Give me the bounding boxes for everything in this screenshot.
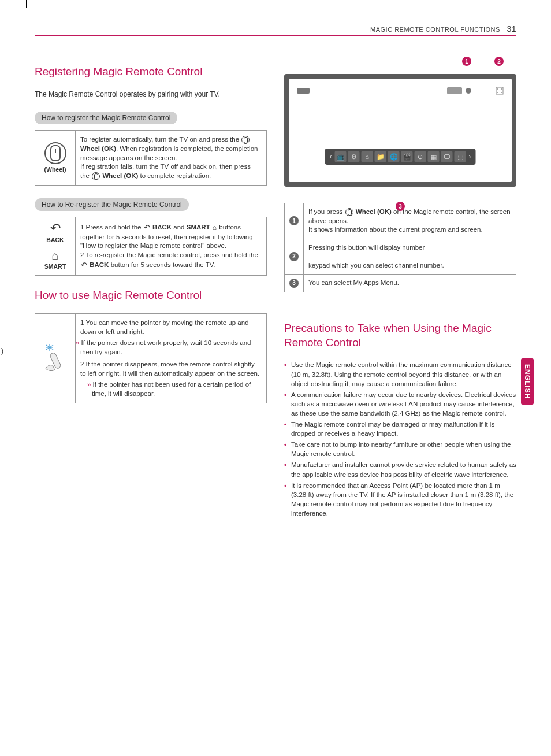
- svg-point-8: [497, 92, 498, 93]
- precautions-list: Use the Magic remote control within the …: [284, 360, 516, 518]
- precaution-item: Manufacturer and installer cannot provid…: [284, 460, 516, 479]
- wheel-inline-icon: [345, 208, 353, 216]
- right-column: 1 2 ‹ 📺: [284, 65, 516, 520]
- wheel-label: (Wheel): [40, 165, 70, 173]
- legend-num: 1: [285, 203, 304, 239]
- text: Pressing this button will display number: [308, 244, 425, 251]
- tv-screen: ‹ 📺 ⚙ ⌂ 📁 🌐 🎬 ⊕ ▦ 🖵 ⬚ ›: [289, 79, 512, 182]
- home-inline-icon: ⌂: [213, 223, 217, 232]
- tv-dock: ‹ 📺 ⚙ ⌂ 📁 🌐 🎬 ⊕ ▦ 🖵 ⬚ ›: [325, 149, 476, 165]
- smart-icon: ⌂: [40, 250, 70, 261]
- text: To register automatically, turn the TV o…: [80, 136, 241, 143]
- dock-app-icon: ⌂: [362, 151, 373, 162]
- back-label: BACK: [40, 236, 70, 244]
- precaution-item: Use the Magic remote control within the …: [284, 360, 516, 388]
- use-note-1: If the pointer does not work properly, w…: [80, 339, 262, 357]
- svg-point-6: [497, 88, 498, 90]
- svg-point-7: [501, 88, 502, 90]
- use-note-2: If the pointer has not been used for a c…: [92, 380, 262, 398]
- callout-legend: 1 If you press Wheel (OK) on the Magic r…: [284, 203, 516, 292]
- pill-register: How to register the Magic Remote Control: [35, 112, 177, 124]
- dock-app-icon: 🌐: [388, 151, 400, 162]
- pill-reregister: How to Re-register the Magic Remote Cont…: [35, 198, 189, 211]
- heading-register: Registering Magic Remote Control: [35, 65, 267, 79]
- legend-row-3: You can select My Apps Menu.: [304, 275, 516, 292]
- smart-bold: SMART: [187, 224, 210, 231]
- back-bold: BACK: [90, 261, 109, 268]
- text: keypad which you can select channel numb…: [308, 262, 444, 269]
- wheel-ok-label: Wheel (OK): [102, 172, 138, 179]
- section-name: MAGIC REMOTE CONTROL FUNCTIONS: [370, 26, 500, 33]
- tv-status-box: [447, 87, 462, 94]
- callout-2: 2: [494, 57, 504, 66]
- use-instructions: 1 You can move the pointer by moving the…: [76, 314, 267, 403]
- wheel-icon: [44, 142, 66, 164]
- dock-app-icon: 🎬: [401, 151, 413, 162]
- svg-rect-5: [496, 87, 503, 94]
- text: If you press: [308, 208, 345, 215]
- legend-num: 3: [285, 275, 304, 292]
- text: button for 5 seconds toward the TV.: [111, 261, 215, 268]
- tv-wheel-indicator: [466, 88, 471, 94]
- pointer-remote-icon: [41, 341, 70, 373]
- tv-info-box: [297, 88, 310, 94]
- wheel-ok-label: Wheel (OK): [80, 145, 116, 152]
- page-number: 31: [507, 24, 516, 34]
- dock-app-icon: 🖵: [441, 151, 453, 162]
- dock-left-arrow: ‹: [329, 153, 333, 161]
- legend-row-1: If you press Wheel (OK) on the Magic rem…: [304, 203, 516, 239]
- text: 2 To re-register the Magic remote contro…: [80, 251, 258, 258]
- callout-3: 3: [396, 202, 405, 211]
- tv-topbar: [297, 87, 504, 95]
- text: and: [173, 224, 186, 231]
- tv-illustration-wrap: 1 2 ‹ 📺: [284, 65, 516, 199]
- dock-app-icon: 📁: [375, 151, 386, 162]
- back-bold: BACK: [152, 224, 172, 231]
- back-inline-icon: ↶: [81, 260, 87, 270]
- tv-frame: ‹ 📺 ⚙ ⌂ 📁 🌐 🎬 ⊕ ▦ 🖵 ⬚ ›: [284, 74, 516, 187]
- wheel-ok-label: Wheel (OK): [356, 208, 392, 215]
- wheel-inline-icon: [241, 136, 250, 144]
- table-reregister: ↶ BACK ⌂ SMART 1 Press and hold the ↶ BA…: [35, 217, 267, 276]
- pointer-icon-cell: [35, 314, 76, 403]
- use-step-1: 1 You can move the pointer by moving the…: [80, 318, 262, 336]
- wheel-inline-icon: [92, 172, 100, 180]
- intro-register: The Magic Remote Control operates by pai…: [35, 90, 267, 99]
- use-step-2: 2 If the pointer disappears, move the re…: [80, 360, 262, 378]
- table-use: 1 You can move the pointer by moving the…: [35, 313, 267, 403]
- wheel-icon-cell: (Wheel): [35, 131, 76, 186]
- text: It shows information about the current p…: [308, 226, 483, 233]
- callout-1: 1: [462, 57, 471, 66]
- smart-label: SMART: [40, 262, 70, 270]
- text: to complete registration.: [138, 172, 211, 179]
- precaution-item: A communication failure may occur due to…: [284, 390, 516, 418]
- header-rule: MAGIC REMOTE CONTROL FUNCTIONS 31: [35, 35, 516, 36]
- back-icon: ↶: [40, 222, 70, 235]
- precaution-item: It is recommended that an Access Point (…: [284, 481, 516, 518]
- heading-use: How to use Magic Remote Control: [35, 288, 267, 303]
- precaution-item: Take care not to bump into nearby furnit…: [284, 440, 516, 458]
- register-instructions: To register automatically, turn the TV o…: [76, 131, 267, 186]
- page: MAGIC REMOTE CONTROL FUNCTIONS 31 Regist…: [0, 0, 551, 543]
- legend-num: 2: [285, 239, 304, 275]
- dock-right-arrow: ›: [468, 153, 472, 161]
- back-smart-icon-cell: ↶ BACK ⌂ SMART: [35, 217, 76, 276]
- keypad-icon: [496, 87, 504, 95]
- dock-app-icon: ⚙: [348, 151, 360, 162]
- svg-point-9: [501, 92, 502, 93]
- dock-app-icon: 📺: [335, 151, 347, 162]
- dock-app-icon: ⬚: [455, 151, 466, 162]
- dock-app-icon: ▦: [428, 151, 440, 162]
- precaution-item: The Magic remote control may be damaged …: [284, 420, 516, 438]
- dock-app-icon: ⊕: [415, 151, 426, 162]
- running-header: MAGIC REMOTE CONTROL FUNCTIONS 31: [370, 24, 516, 34]
- table-register: (Wheel) To register automatically, turn …: [35, 130, 267, 186]
- back-inline-icon: ↶: [144, 223, 150, 233]
- left-column: Registering Magic Remote Control The Mag…: [35, 65, 267, 520]
- reregister-instructions: 1 Press and hold the ↶ BACK and SMART ⌂ …: [76, 217, 267, 276]
- legend-row-2: Pressing this button will display number…: [304, 239, 516, 275]
- text: 1 Press and hold the: [80, 224, 143, 231]
- heading-precautions: Precautions to Take when Using the Magic…: [284, 321, 516, 350]
